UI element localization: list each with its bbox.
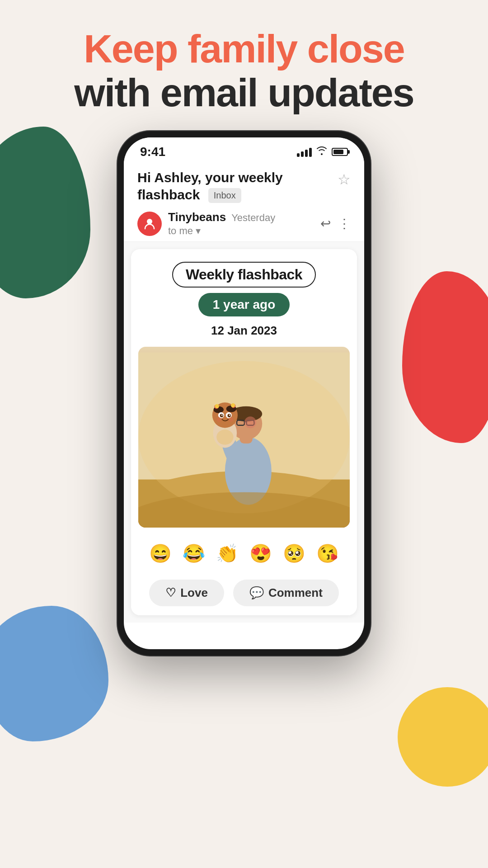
blob-red: [402, 271, 488, 443]
status-time: 9:41: [140, 145, 165, 159]
sender-info: Tinybeans Yesterday to me ▾: [168, 210, 314, 237]
email-card: Weekly flashback 1 year ago 12 Jan 2023: [131, 249, 357, 615]
email-body: Weekly flashback 1 year ago 12 Jan 2023: [124, 242, 364, 623]
star-button[interactable]: ☆: [338, 171, 351, 188]
reply-button[interactable]: ↩: [320, 216, 331, 231]
battery-icon: [332, 148, 348, 156]
headline-line1: Keep family close: [27, 27, 461, 71]
blob-blue: [0, 606, 108, 741]
love-label: Love: [180, 586, 208, 600]
flashback-title: Weekly flashback: [172, 262, 316, 288]
reaction-kiss[interactable]: 😘: [316, 543, 339, 564]
flashback-year-badge: 1 year ago: [198, 293, 290, 316]
svg-point-27: [228, 417, 233, 422]
svg-point-24: [221, 415, 223, 416]
email-subject: Hi Ashley, your weekly flashback Inbox: [137, 169, 338, 203]
phone-outer: 9:41: [117, 131, 371, 656]
sender-avatar: [137, 212, 162, 236]
comment-button[interactable]: 💬 Comment: [233, 580, 339, 606]
status-bar: 9:41: [124, 137, 364, 163]
email-header: Hi Ashley, your weekly flashback Inbox ☆: [124, 163, 364, 242]
reaction-heart-eyes[interactable]: 😍: [249, 543, 272, 564]
status-icons: [297, 146, 348, 158]
sender-name: Tinybeans: [168, 210, 226, 224]
sender-name-row: Tinybeans Yesterday: [168, 210, 314, 224]
reaction-sad[interactable]: 🥺: [283, 543, 305, 564]
action-buttons: ♡ Love 💬 Comment: [131, 572, 357, 615]
svg-point-31: [216, 429, 233, 445]
sender-time: Yesterday: [231, 212, 275, 224]
more-options-button[interactable]: ⋮: [338, 216, 351, 231]
sender-to: to me ▾: [168, 225, 314, 237]
comment-label: Comment: [268, 586, 323, 600]
flashback-photo: [138, 347, 350, 528]
reaction-grin[interactable]: 😄: [149, 543, 172, 564]
photo-illustration: [138, 347, 350, 528]
comment-icon: 💬: [249, 586, 264, 600]
flashback-date: 12 Jan 2023: [140, 324, 348, 338]
phone-mockup: 9:41: [117, 131, 371, 656]
svg-point-26: [216, 417, 221, 422]
sender-row: Tinybeans Yesterday to me ▾ ↩ ⋮: [137, 210, 351, 237]
phone-screen: 9:41: [124, 137, 364, 649]
love-button[interactable]: ♡ Love: [149, 580, 224, 606]
blob-green: [0, 127, 90, 298]
heart-icon: ♡: [165, 586, 176, 600]
blob-yellow: [398, 687, 488, 787]
svg-point-28: [244, 416, 256, 428]
svg-point-30: [231, 403, 235, 407]
headline-line2: with email updates: [27, 71, 461, 115]
svg-point-25: [229, 415, 230, 416]
svg-point-0: [147, 219, 152, 224]
svg-point-29: [215, 404, 219, 408]
headline: Keep family close with email updates: [0, 27, 488, 115]
reaction-laugh[interactable]: 😂: [183, 543, 205, 564]
inbox-badge: Inbox: [208, 188, 241, 203]
flashback-header: Weekly flashback 1 year ago 12 Jan 2023: [131, 249, 357, 347]
signal-icon: [297, 147, 312, 157]
sender-actions: ↩ ⋮: [320, 216, 351, 231]
reaction-clap[interactable]: 👏: [216, 543, 239, 564]
wifi-icon: [316, 146, 327, 158]
reaction-bar: 😄 😂 👏 😍 🥺 😘: [131, 535, 357, 572]
email-subject-row: Hi Ashley, your weekly flashback Inbox ☆: [137, 169, 351, 203]
